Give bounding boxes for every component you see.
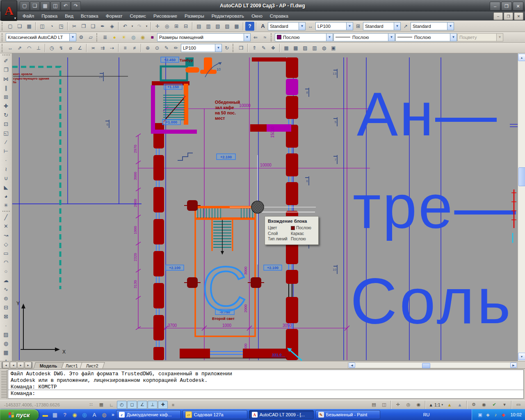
dimension-text-edit-icon[interactable]: ✏ (171, 43, 180, 52)
toolbar-grip[interactable] (2, 211, 10, 212)
ortho-toggle[interactable]: ∟ (107, 401, 116, 409)
clean-screen-button[interactable]: ▭ (514, 401, 523, 409)
chevron-down-icon[interactable]: ▼ (215, 44, 221, 52)
title-bar[interactable]: A▾ ▢❏▦◫↶↷ AutoCAD LT 2009 Сад3 - АР - П.… (0, 0, 525, 11)
cut-icon[interactable]: ✂ (70, 22, 79, 31)
next-tab-button[interactable]: ▸ (17, 362, 24, 368)
start-button[interactable]: пуск (0, 409, 39, 420)
help-icon[interactable]: ? (245, 22, 254, 31)
make-block-icon[interactable]: ⊠ (1, 312, 11, 321)
new-icon[interactable]: ▢ (6, 22, 15, 31)
join-icon[interactable]: ∪ (1, 173, 11, 183)
rotate-icon[interactable]: ↻ (1, 110, 11, 119)
angular-icon[interactable]: ∠ (75, 43, 84, 52)
calculator-icon[interactable]: ▩ (232, 22, 241, 31)
toolbar-grip[interactable] (2, 55, 10, 55)
edit-sheet-icon[interactable]: ✎ (259, 43, 268, 52)
annotation-scale-button[interactable]: ▲ 1:1 ▾ (427, 401, 445, 409)
lwt-toggle[interactable]: ≡ (168, 401, 178, 409)
export-layout-icon[interactable]: ⇑ (250, 43, 259, 52)
tab-model[interactable]: Модель (33, 362, 64, 369)
otrack-toggle[interactable]: ∠ (137, 401, 147, 409)
ducs-toggle[interactable]: ⊥ (148, 401, 158, 409)
doc-minimize-button[interactable]: – (493, 12, 503, 20)
designcenter-icon[interactable]: ▥ (204, 22, 213, 31)
table-icon[interactable]: ▦ (282, 43, 291, 52)
menu-format[interactable]: Формат (102, 12, 126, 20)
ellipse-icon[interactable]: ⊜ (1, 294, 11, 303)
tolerance-icon[interactable]: ⊕ (143, 43, 152, 52)
menu-edit[interactable]: Правка (38, 12, 61, 20)
stretch-icon[interactable]: ◱ (1, 128, 11, 137)
zoom-icon[interactable]: ◎ (403, 401, 413, 409)
zoom-previous-icon[interactable]: ⊟ (181, 22, 190, 31)
drawing-canvas[interactable]: конт. кровли существующего здания № (12, 53, 518, 361)
chevron-down-icon[interactable]: ▼ (69, 34, 76, 41)
menu-file[interactable]: Файл (19, 12, 38, 20)
properties-icon[interactable]: ▤ (194, 22, 203, 31)
dim-style-icon[interactable]: ↔ (306, 22, 315, 31)
taskbar-button-folder[interactable]: ▱ Садовая 127а (183, 410, 247, 419)
quick-launch-autocad-icon[interactable]: A (90, 411, 98, 419)
prev-tab-button[interactable]: ◂ (10, 362, 17, 368)
osnap-toggle[interactable]: ◻ (127, 401, 137, 409)
lineweight-combo[interactable]: Послою▼ (395, 33, 457, 41)
layer-lock-icon[interactable]: ◉ (138, 33, 147, 42)
undo-dropdown-icon[interactable]: ▾ (130, 22, 135, 31)
offset-icon[interactable]: ∥ (1, 83, 11, 92)
layer-freeze-icon[interactable]: ◍ (129, 33, 138, 42)
quick-launch-chevron[interactable]: » (112, 412, 114, 418)
paste-icon[interactable]: ❑ (89, 22, 98, 31)
open-icon[interactable]: ❏ (15, 22, 24, 31)
layer-color-swatch[interactable]: ■ (148, 33, 157, 42)
point-icon[interactable]: · (1, 321, 11, 330)
scroll-right-button[interactable]: ▶ (510, 363, 517, 368)
etransmit-icon[interactable]: ❖ (269, 43, 278, 52)
chevron-down-icon[interactable]: ▼ (244, 34, 250, 41)
pan-icon[interactable]: ✛ (153, 22, 162, 31)
toolbar-grip[interactable] (233, 44, 235, 52)
layer-combo[interactable]: Размеры помещений▼ (157, 33, 251, 41)
linetype-combo[interactable]: Послою▼ (333, 33, 395, 41)
taskbar-button-autocad[interactable]: A AutoCAD LT 2009 - [... (249, 410, 314, 419)
tray-display-icon[interactable]: ▣ (476, 411, 484, 418)
taskbar-button-paint[interactable]: ✎ Безымянный - Paint (315, 410, 380, 419)
chevron-down-icon[interactable]: ▼ (394, 23, 400, 30)
redo-dropdown-icon[interactable]: ▾ (144, 22, 149, 31)
chamfer-icon[interactable]: ◣ (1, 183, 11, 192)
toolbar-grip[interactable] (2, 33, 4, 41)
layer-properties-icon[interactable]: ≣ (100, 33, 110, 42)
toolbar-lock-icon[interactable]: ◉ (479, 401, 489, 409)
tray-volume-icon[interactable]: ♪ (492, 411, 499, 418)
sheet-set-icon[interactable]: ▨ (223, 22, 232, 31)
text-style-combo[interactable]: Standard▼ (268, 22, 306, 30)
hatch-icon[interactable]: ▨ (1, 330, 11, 339)
menu-modify[interactable]: Редактировать (208, 12, 248, 20)
table-cells-icon[interactable]: ▩ (291, 43, 300, 52)
trim-icon[interactable]: ∕ (1, 137, 11, 146)
scroll-down-button[interactable]: ▼ (518, 353, 525, 360)
horizontal-scrollbar[interactable]: ◀ ▶ (348, 362, 518, 368)
center-mark-icon[interactable]: ⊙ (153, 43, 162, 52)
tray-security-icon[interactable]: ◆ (500, 411, 507, 418)
erase-icon[interactable]: ✐ (1, 56, 11, 65)
spline-icon[interactable]: ∿ (1, 285, 11, 294)
model-space-button[interactable]: ▤ (369, 401, 379, 409)
block-editor-icon[interactable]: ◈ (107, 22, 116, 31)
workspace-settings-icon[interactable]: ⚙ (77, 33, 86, 42)
command-text-area[interactable]: Файл Autodesk DWG. Это файл формата Trus… (8, 370, 524, 399)
tray-task-icon[interactable]: ◈ (484, 411, 491, 418)
publish-icon[interactable]: ◳ (57, 22, 66, 31)
polar-toggle[interactable]: ◴ (117, 401, 127, 409)
move-icon[interactable]: ✚ (1, 101, 11, 110)
toolbar-grip[interactable] (2, 44, 4, 52)
insert-block-icon[interactable]: ⊟ (1, 303, 11, 312)
steering-wheel-icon[interactable]: ◉ (413, 401, 423, 409)
maximize-button[interactable]: ❐ (501, 2, 512, 11)
layer-bulb-icon[interactable]: ● (110, 33, 119, 42)
layer-previous-icon[interactable]: ⇐ (251, 33, 260, 42)
table-icon[interactable]: ▦ (1, 348, 11, 357)
dimension-space-icon[interactable]: ≡ (121, 43, 130, 52)
chevron-down-icon[interactable]: ▼ (326, 34, 333, 41)
autocad-logo[interactable]: A▾ (1, 0, 17, 21)
